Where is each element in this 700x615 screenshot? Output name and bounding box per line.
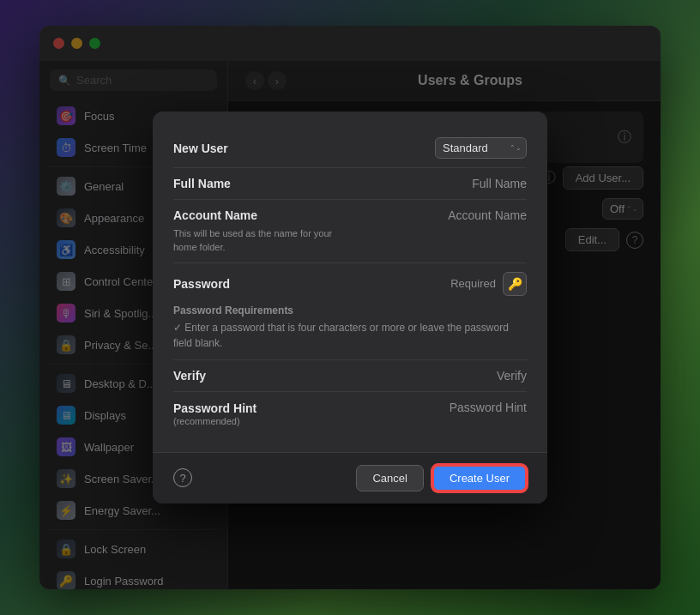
new-user-type-row: New User Standard Administrator	[173, 129, 527, 168]
password-right: Required 🔑	[450, 272, 527, 296]
password-section: Password Required 🔑 Password Requirement…	[173, 263, 527, 360]
account-name-row: Account Name	[173, 208, 527, 222]
footer-buttons: Cancel Create User	[356, 465, 527, 491]
hint-sublabel: (recommended)	[173, 416, 256, 426]
verify-input[interactable]	[293, 369, 527, 383]
account-name-input[interactable]	[293, 208, 527, 222]
account-name-description: This will be used as the name for yourho…	[173, 228, 332, 251]
help-char: ?	[179, 472, 185, 485]
main-window: 🔍 🎯 Focus ⏱ Screen Time ⚙️ General	[39, 26, 661, 589]
modal-backdrop: New User Standard Administrator Full Nam…	[39, 26, 661, 589]
password-label: Password	[173, 277, 293, 291]
requirement-text: ✓ Enter a password that is four characte…	[173, 320, 527, 351]
password-row: Password Required 🔑	[173, 272, 527, 296]
full-name-row: Full Name	[173, 168, 527, 200]
password-requirements: Password Requirements ✓ Enter a password…	[173, 303, 527, 351]
hint-label-block: Password Hint (recommended)	[173, 401, 256, 426]
modal-body: New User Standard Administrator Full Nam…	[153, 112, 547, 452]
modal-help-icon[interactable]: ?	[173, 468, 192, 487]
account-name-section: Account Name This will be used as the na…	[173, 200, 527, 263]
hint-row: Password Hint (recommended)	[173, 401, 527, 426]
user-type-select[interactable]: Standard Administrator	[435, 137, 527, 159]
new-user-modal: New User Standard Administrator Full Nam…	[153, 112, 547, 503]
full-name-input[interactable]	[293, 177, 527, 190]
hint-input[interactable]	[256, 401, 527, 414]
account-name-label: Account Name	[173, 208, 293, 222]
hint-section: Password Hint (recommended)	[173, 392, 527, 435]
key-icon-button[interactable]: 🔑	[503, 272, 527, 296]
create-user-button[interactable]: Create User	[432, 465, 527, 491]
verify-label: Verify	[173, 369, 293, 383]
modal-footer: ? Cancel Create User	[153, 452, 547, 503]
full-name-label: Full Name	[173, 177, 293, 190]
new-user-label: New User	[173, 142, 293, 155]
user-type-select-wrap: Standard Administrator	[435, 137, 527, 159]
password-required-text: Required	[450, 277, 496, 290]
requirements-title: Password Requirements	[173, 303, 527, 318]
verify-row: Verify	[173, 360, 527, 392]
hint-label: Password Hint	[173, 401, 256, 415]
cancel-button[interactable]: Cancel	[356, 465, 423, 491]
